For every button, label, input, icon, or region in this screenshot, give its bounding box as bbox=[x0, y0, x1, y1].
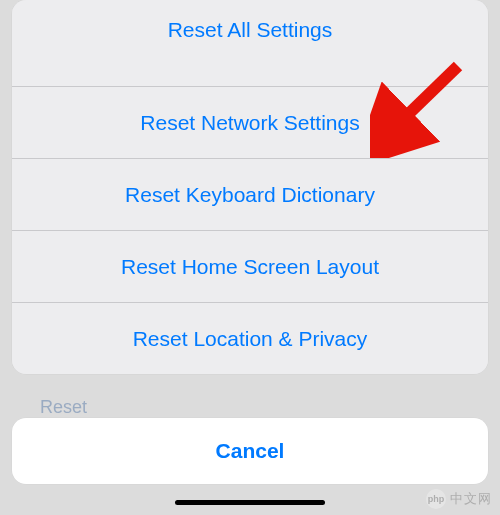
reset-all-settings-button[interactable]: Reset All Settings bbox=[12, 0, 488, 86]
sheet-item-label: Reset All Settings bbox=[168, 18, 333, 42]
sheet-item-label: Reset Home Screen Layout bbox=[121, 255, 379, 279]
reset-keyboard-dictionary-button[interactable]: Reset Keyboard Dictionary bbox=[12, 158, 488, 230]
background-reset-label: Reset bbox=[40, 397, 87, 418]
watermark: php 中文网 bbox=[426, 489, 492, 509]
reset-network-settings-button[interactable]: Reset Network Settings bbox=[12, 86, 488, 158]
sheet-item-label: Reset Location & Privacy bbox=[133, 327, 368, 351]
cancel-button[interactable]: Cancel bbox=[12, 418, 488, 484]
reset-home-screen-layout-button[interactable]: Reset Home Screen Layout bbox=[12, 230, 488, 302]
reset-location-privacy-button[interactable]: Reset Location & Privacy bbox=[12, 302, 488, 374]
cancel-group: Cancel bbox=[12, 418, 488, 484]
home-indicator bbox=[175, 500, 325, 505]
sheet-item-label: Reset Keyboard Dictionary bbox=[125, 183, 375, 207]
watermark-text: 中文网 bbox=[450, 490, 492, 508]
watermark-logo-icon: php bbox=[426, 489, 446, 509]
cancel-label: Cancel bbox=[216, 439, 285, 463]
sheet-item-label: Reset Network Settings bbox=[140, 111, 359, 135]
reset-action-sheet: Reset All Settings Reset Network Setting… bbox=[12, 0, 488, 374]
bottom-sheet-wrapper: Cancel bbox=[12, 418, 488, 507]
